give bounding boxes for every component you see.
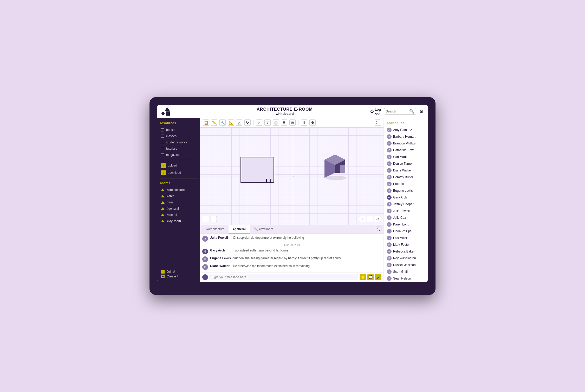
tab-myroom[interactable]: ✏️ #MyRoom <box>250 225 277 234</box>
sidebar-item-students-works[interactable]: students works <box>160 140 198 145</box>
toolbar-house-icon[interactable]: ⌂ <box>256 119 262 126</box>
avatar-eugene: E <box>202 256 208 262</box>
colleague-lois-miller[interactable]: L Lois Miller <box>384 235 428 241</box>
colleague-dorothy-butler[interactable]: D Dorothy Butler <box>384 174 428 181</box>
room-models[interactable]: #models <box>160 212 198 217</box>
toolbar-expand-button[interactable]: ⛶ <box>375 119 381 126</box>
avatar-gary: G <box>202 249 208 254</box>
toolbar-measure-icon[interactable]: 📐 <box>228 119 234 126</box>
colleague-brandon-phillips[interactable]: B Brandon Phillips <box>384 140 428 147</box>
toolbar-separator-2 <box>298 120 298 125</box>
search-input[interactable] <box>386 110 409 113</box>
colleague-denise-turner[interactable]: D Denise Turner <box>384 160 428 167</box>
search-box: 🔍 <box>384 108 416 115</box>
whiteboard[interactable]: ‹ › <box>200 128 384 225</box>
colleague-karen-long[interactable]: K Karen Long <box>384 221 428 228</box>
chat-message-input[interactable] <box>210 274 358 280</box>
toolbar-shape-icon[interactable]: △ <box>236 119 242 126</box>
toolbar: 📋 ✏️ 🔧 📐 △ ↻ ⌂ ⛛ ▦ 🖥 ⊞ 🗑 ⚙ ⛶ <box>200 118 384 128</box>
chat-expand-button[interactable]: ⛶ <box>376 227 381 232</box>
toolbar-trash-icon[interactable]: 🗑 <box>301 119 307 126</box>
zoom-reset-button[interactable]: ⊙ <box>375 216 381 222</box>
avatar-rebecca: R <box>387 249 392 254</box>
toolbar-rotate-icon[interactable]: ↻ <box>244 119 251 126</box>
toolbar-roof-icon[interactable]: ⛛ <box>264 119 271 126</box>
colleague-roy-washington[interactable]: R Roy Washington <box>384 255 428 262</box>
colleague-sean-nelson[interactable]: S Sean Nelson <box>384 275 428 282</box>
tab-architecture[interactable]: #architecture <box>202 225 229 234</box>
zoom-out-right-button[interactable]: − <box>367 216 373 222</box>
settings-icon[interactable]: ⚙ <box>419 109 424 114</box>
colleague-jeffrey-cooper[interactable]: J Jeffrey Cooper <box>384 201 428 208</box>
colleague-eric-hill[interactable]: E Eric Hill <box>384 181 428 187</box>
colleague-amy-ramirez[interactable]: A Amy Ramirez <box>384 127 428 133</box>
attach-button[interactable]: 💬 <box>367 274 374 280</box>
colleague-gary-arch[interactable]: G Gary Arch <box>384 194 428 201</box>
chat-message-eugene: E Eugene Lewis Sudden she seeing garret … <box>202 255 381 263</box>
magazines-checkbox[interactable] <box>161 153 164 156</box>
colleague-catherine-edw[interactable]: C Catherine Edw... <box>384 147 428 154</box>
toolbar-pencil-icon[interactable]: ✏️ <box>211 119 217 126</box>
laptop-frame: ARCHITECTURE E-ROOM whiteboard ⏻ Log out… <box>150 97 436 295</box>
app-subtitle: whiteboard <box>198 112 372 116</box>
logout-button[interactable]: ⏻ Log out <box>370 108 381 115</box>
tab-general[interactable]: #general <box>229 225 250 234</box>
sidebar-item-books[interactable]: books <box>160 128 198 132</box>
chat-message-gary1: G Gary Arch Two indeed suffer saw beyond… <box>202 248 381 255</box>
colleague-linda-phillips[interactable]: L Linda Phillips <box>384 228 428 235</box>
colleague-rebecca-baker[interactable]: R Rebecca Baker <box>384 248 428 255</box>
create-icon: + <box>161 275 165 278</box>
screen: ARCHITECTURE E-ROOM whiteboard ⏻ Log out… <box>157 105 428 282</box>
colleague-barbara-herna[interactable]: B Barbara Herna... <box>384 133 428 140</box>
create-room-item[interactable]: + Create # <box>160 274 198 279</box>
avatar-amy: A <box>387 128 392 132</box>
room-fun[interactable]: #fun <box>160 200 198 205</box>
sidebar-item-classes[interactable]: classes <box>160 134 198 138</box>
toolbar-monitor-icon[interactable]: 🖥 <box>281 119 287 126</box>
zoom-in-button[interactable]: + <box>203 216 209 222</box>
sidebar-item-tutorials[interactable]: tutorials <box>160 146 198 151</box>
colleague-carl-martin[interactable]: C Carl Martin <box>384 154 428 160</box>
arrow-left-icon: ‹ <box>290 174 291 178</box>
header: ARCHITECTURE E-ROOM whiteboard ⏻ Log out… <box>157 105 428 118</box>
chat-tabs: #architecture #general ✏️ #MyRoom ⛶ <box>200 225 384 234</box>
colleague-mark-foster[interactable]: M Mark Foster <box>384 241 428 248</box>
colleague-julie-cox[interactable]: J Julie Cox <box>384 214 428 221</box>
colleague-russell-jackson[interactable]: R Russell Jackson <box>384 262 428 268</box>
emoji-button[interactable]: 😊 <box>360 274 366 280</box>
room-triangle-icon <box>161 195 165 197</box>
room-myroom[interactable]: #MyRoom <box>160 219 198 223</box>
toolbar-building-icon[interactable]: ▦ <box>273 119 279 126</box>
logo <box>161 107 198 116</box>
room-architecture[interactable]: #architecture <box>160 188 198 192</box>
students-works-checkbox[interactable] <box>161 141 164 144</box>
zoom-out-button[interactable]: − <box>211 216 217 222</box>
room-arch[interactable]: #arch <box>160 194 198 198</box>
zoom-in-right-button[interactable]: + <box>359 216 365 222</box>
colleague-eugene-lewis[interactable]: E Eugene Lewis <box>384 187 428 194</box>
avatar-gary-arch: G <box>387 195 392 200</box>
colleague-scott-griffin[interactable]: S Scott Griffin <box>384 268 428 275</box>
app-title: ARCHITECTURE E-ROOM <box>198 107 372 112</box>
books-checkbox[interactable] <box>161 128 164 131</box>
rooms-title: rooms <box>160 181 198 185</box>
classes-checkbox[interactable] <box>161 135 164 138</box>
toolbar-tools-icon[interactable]: 🔧 <box>219 119 226 126</box>
avatar-mark: M <box>387 242 392 247</box>
colleagues-panel: colleagues A Amy Ramirez B Barbara Herna… <box>384 118 428 282</box>
avatar-lois: L <box>387 236 392 240</box>
toolbar-settings-icon[interactable]: ⚙ <box>309 119 316 126</box>
download-item[interactable]: ↓ download <box>160 170 198 176</box>
colleague-diane-walker[interactable]: D Diane Walker <box>384 167 428 174</box>
voice-button[interactable]: 🎤 <box>375 274 381 280</box>
join-room-item[interactable]: ✓ Join # <box>160 269 198 274</box>
sidebar-item-magazines[interactable]: magazines <box>160 152 198 157</box>
svg-point-0 <box>326 176 347 180</box>
avatar-linda: L <box>387 229 392 234</box>
toolbar-grid-icon[interactable]: ⊞ <box>289 119 296 126</box>
room-general[interactable]: #general <box>160 206 198 211</box>
colleague-julia-powell[interactable]: J Julia Powell <box>384 208 428 214</box>
toolbar-clipboard-icon[interactable]: 📋 <box>203 119 209 126</box>
upload-item[interactable]: ↑ upload <box>160 163 198 168</box>
tutorials-checkbox[interactable] <box>161 147 164 150</box>
